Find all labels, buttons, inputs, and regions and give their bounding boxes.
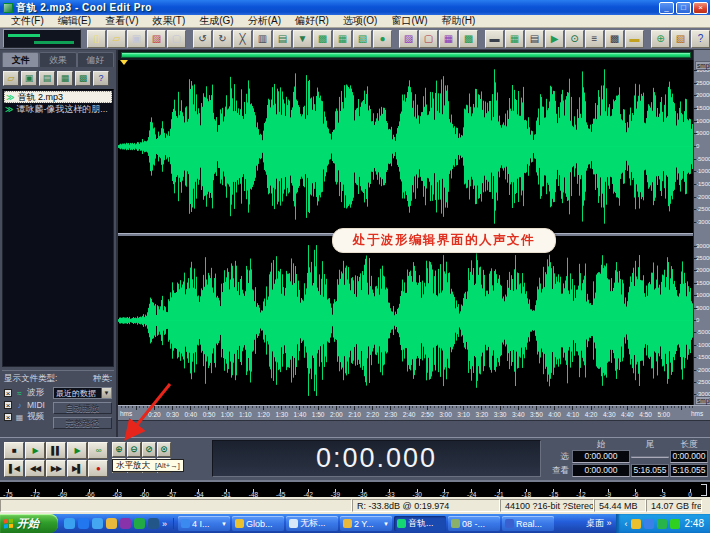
- navigator-range[interactable]: [121, 52, 691, 58]
- timeline-ruler[interactable]: 0:200:300:400:501:001:101:201:301:401:50…: [118, 405, 710, 420]
- app-icon[interactable]: [148, 518, 159, 529]
- multitrack-view-button[interactable]: ▦: [439, 30, 458, 48]
- organizer-tool-button[interactable]: ?: [93, 71, 109, 86]
- outlook-icon[interactable]: [92, 518, 103, 529]
- menu-item[interactable]: 文件(F): [4, 14, 51, 28]
- transport-button[interactable]: ▶: [25, 442, 45, 459]
- menu-item[interactable]: 查看(V): [98, 14, 145, 28]
- info-value-cell[interactable]: 5:16.055: [631, 464, 669, 477]
- full-path-button[interactable]: 完整路径: [53, 417, 112, 429]
- sort-dropdown[interactable]: 最近的数据 ▼: [53, 387, 112, 399]
- open-file-button[interactable]: ▱: [107, 30, 126, 48]
- help-button[interactable]: ?: [691, 30, 710, 48]
- amplitude-ruler[interactable]: 300002500020000150001000050000-5000-1000…: [693, 60, 710, 405]
- menu-item[interactable]: 生成(G): [192, 14, 240, 28]
- close-button[interactable]: ×: [693, 2, 708, 14]
- auto-play-button[interactable]: 自动播放: [53, 402, 112, 414]
- organizer-tool-button[interactable]: ▦: [57, 71, 73, 86]
- taskbar-button[interactable]: 08 -...: [448, 516, 500, 531]
- scripts-button[interactable]: ●: [373, 30, 392, 48]
- taskbar-button[interactable]: 4 I... ▼: [178, 516, 230, 531]
- taskbar-button[interactable]: 音轨...: [394, 516, 446, 531]
- file-type-checkbox[interactable]: ×: [4, 413, 12, 421]
- menu-item[interactable]: 选项(O): [336, 14, 384, 28]
- tray-lock-icon[interactable]: [631, 519, 641, 529]
- ie-icon[interactable]: [78, 518, 89, 529]
- taskbar-button[interactable]: 无标...: [286, 516, 338, 531]
- transport-button[interactable]: ▶: [67, 442, 87, 459]
- transport-button[interactable]: ◀◀: [25, 460, 45, 477]
- dropdown-arrow-icon[interactable]: ▼: [101, 388, 111, 398]
- organizer-tool-button[interactable]: ▣: [21, 71, 37, 86]
- paste-button[interactable]: ▼: [293, 30, 312, 48]
- info-value-cell[interactable]: 0:00.000: [572, 450, 630, 463]
- quick-launch-overflow[interactable]: »: [162, 519, 167, 529]
- batch-process-button[interactable]: ▧: [353, 30, 372, 48]
- taskbar-button[interactable]: Real...: [502, 516, 554, 531]
- organizer-tab[interactable]: 偏好: [77, 52, 114, 67]
- zoom-button[interactable]: ⊙: [157, 442, 171, 457]
- save-as-button[interactable]: ▢: [167, 30, 186, 48]
- waveform-channel-left[interactable]: [118, 60, 693, 233]
- waveform-channel-right[interactable]: [118, 236, 693, 405]
- zoom-button[interactable]: ⊘: [142, 442, 156, 457]
- info-value-cell[interactable]: 0:00.000: [670, 450, 708, 463]
- desktop-toolbar[interactable]: 桌面 »: [582, 517, 616, 530]
- cut-button[interactable]: ╳: [233, 30, 252, 48]
- menu-item[interactable]: 编辑(E): [51, 14, 98, 28]
- show-desktop-icon[interactable]: [64, 518, 75, 529]
- file-list-item[interactable]: ≫ 音轨 2.mp3: [4, 91, 112, 103]
- mix-paste-button[interactable]: ▩: [313, 30, 332, 48]
- organizer-tool-button[interactable]: ▩: [75, 71, 91, 86]
- menu-item[interactable]: 分析(A): [241, 14, 288, 28]
- tray-chevron-icon[interactable]: ‹: [625, 519, 628, 529]
- save-file-button[interactable]: ▣: [127, 30, 146, 48]
- trim-button[interactable]: ▥: [253, 30, 272, 48]
- menu-item[interactable]: 帮助(H): [435, 14, 483, 28]
- transport-button[interactable]: ▌◀: [4, 460, 24, 477]
- organizer-tab[interactable]: 效果: [39, 52, 76, 67]
- open-as-button[interactable]: ▨: [147, 30, 166, 48]
- refresh-button[interactable]: ⊕: [651, 30, 670, 48]
- tray-volume-icon[interactable]: [670, 519, 680, 529]
- level-meters-button[interactable]: ▬: [625, 30, 644, 48]
- file-type-checkbox[interactable]: ×: [4, 401, 12, 409]
- cue-list-button[interactable]: ▤: [525, 30, 544, 48]
- tray-network-icon[interactable]: [644, 519, 654, 529]
- acdsee-icon[interactable]: [134, 518, 145, 529]
- transport-button[interactable]: ▶▌: [67, 460, 87, 477]
- time-display[interactable]: 0:00.000: [212, 440, 541, 477]
- transport-button[interactable]: ▌▌: [46, 442, 66, 459]
- new-file-button[interactable]: ▯: [87, 30, 106, 48]
- undo-button[interactable]: ↺: [193, 30, 212, 48]
- zoom-button[interactable]: ⊕: [112, 442, 126, 457]
- media-player-icon[interactable]: [120, 518, 131, 529]
- convert-sample-type-button[interactable]: ▦: [333, 30, 352, 48]
- file-type-checkbox[interactable]: ×: [4, 389, 12, 397]
- playback-cursor-marker[interactable]: [120, 60, 128, 65]
- cd-view-button[interactable]: ▩: [459, 30, 478, 48]
- play-list-button[interactable]: ▶: [545, 30, 564, 48]
- menu-item[interactable]: 偏好(R): [288, 14, 336, 28]
- level-meter[interactable]: -75-72-69-66-63-60-57-54-51-48-45-42-39-…: [0, 480, 710, 497]
- copy-button[interactable]: ▤: [273, 30, 292, 48]
- navigator-bar[interactable]: [118, 50, 710, 60]
- info-value-cell[interactable]: 5:16.055: [670, 464, 708, 477]
- analysis-window-button[interactable]: ▩: [605, 30, 624, 48]
- start-button[interactable]: 开始: [0, 514, 58, 533]
- organizer-tool-button[interactable]: ▤: [39, 71, 55, 86]
- redo-button[interactable]: ↻: [213, 30, 232, 48]
- spectral-view-button[interactable]: ▨: [399, 30, 418, 48]
- transport-button[interactable]: ∞: [88, 442, 108, 459]
- transport-button[interactable]: ▶▶: [46, 460, 66, 477]
- options-button[interactable]: ▧: [671, 30, 690, 48]
- zoom-tools-button[interactable]: ⊙: [565, 30, 584, 48]
- time-window-button[interactable]: ≡: [585, 30, 604, 48]
- transport-button[interactable]: ■: [4, 442, 24, 459]
- organizer-tab[interactable]: 文件: [2, 52, 39, 67]
- organizer-toggle-button[interactable]: ▦: [505, 30, 524, 48]
- waveform-view-toggle-button[interactable]: [3, 29, 81, 48]
- transport-button[interactable]: ●: [88, 460, 108, 477]
- zoom-button[interactable]: ⊖: [127, 442, 141, 457]
- tray-qq-icon[interactable]: [657, 519, 667, 529]
